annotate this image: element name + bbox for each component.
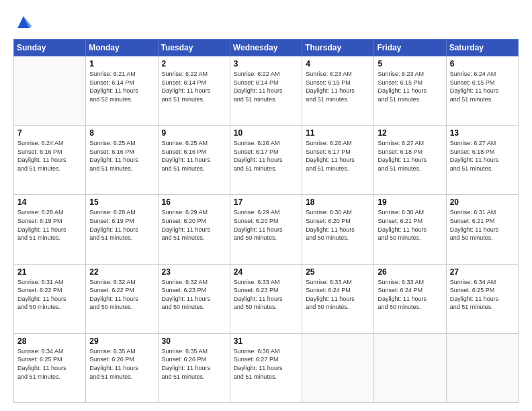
day-info: Sunrise: 6:22 AM Sunset: 6:14 PM Dayligh… [234, 70, 298, 103]
day-info: Sunrise: 6:33 AM Sunset: 6:23 PM Dayligh… [234, 278, 298, 312]
logo [13, 12, 36, 32]
day-info: Sunrise: 6:27 AM Sunset: 6:18 PM Dayligh… [378, 139, 442, 173]
logo-icon [13, 12, 34, 32]
day-number: 15 [89, 197, 154, 207]
day-info: Sunrise: 6:34 AM Sunset: 6:25 PM Dayligh… [450, 278, 515, 312]
col-header-sunday: Sunday [14, 40, 86, 56]
day-number: 8 [89, 128, 154, 138]
day-number: 7 [17, 128, 82, 138]
day-info: Sunrise: 6:33 AM Sunset: 6:24 PM Dayligh… [306, 278, 370, 312]
calendar-cell [374, 333, 446, 402]
day-number: 3 [234, 59, 298, 68]
day-number: 9 [162, 128, 226, 138]
calendar-table: SundayMondayTuesdayWednesdayThursdayFrid… [13, 39, 519, 403]
calendar-cell: 22Sunrise: 6:32 AM Sunset: 6:22 PM Dayli… [86, 264, 158, 333]
day-info: Sunrise: 6:24 AM Sunset: 6:16 PM Dayligh… [17, 139, 82, 173]
calendar-cell: 31Sunrise: 6:36 AM Sunset: 6:27 PM Dayli… [230, 333, 302, 402]
calendar-cell: 23Sunrise: 6:32 AM Sunset: 6:23 PM Dayli… [158, 264, 230, 333]
calendar-cell: 9Sunrise: 6:25 AM Sunset: 6:16 PM Daylig… [158, 126, 230, 195]
day-info: Sunrise: 6:29 AM Sunset: 6:20 PM Dayligh… [162, 208, 226, 242]
day-info: Sunrise: 6:22 AM Sunset: 6:14 PM Dayligh… [162, 70, 226, 103]
col-header-thursday: Thursday [302, 40, 374, 56]
calendar-cell [446, 333, 518, 402]
day-number: 14 [17, 197, 82, 207]
day-info: Sunrise: 6:24 AM Sunset: 6:15 PM Dayligh… [450, 70, 515, 103]
day-info: Sunrise: 6:33 AM Sunset: 6:24 PM Dayligh… [378, 278, 442, 312]
calendar-cell: 26Sunrise: 6:33 AM Sunset: 6:24 PM Dayli… [374, 264, 446, 333]
day-info: Sunrise: 6:25 AM Sunset: 6:16 PM Dayligh… [89, 139, 154, 173]
day-number: 12 [378, 128, 442, 138]
day-number: 24 [234, 267, 298, 277]
calendar-cell: 5Sunrise: 6:23 AM Sunset: 6:15 PM Daylig… [374, 56, 446, 126]
calendar-cell [14, 56, 86, 126]
day-number: 27 [450, 267, 515, 277]
day-info: Sunrise: 6:35 AM Sunset: 6:26 PM Dayligh… [162, 347, 226, 381]
calendar-cell: 12Sunrise: 6:27 AM Sunset: 6:18 PM Dayli… [374, 126, 446, 195]
calendar-header-row: SundayMondayTuesdayWednesdayThursdayFrid… [14, 40, 519, 56]
day-number: 2 [162, 59, 226, 68]
col-header-saturday: Saturday [446, 40, 518, 56]
day-number: 25 [306, 267, 370, 277]
day-number: 5 [378, 59, 442, 68]
day-number: 30 [162, 336, 226, 346]
day-number: 13 [450, 128, 515, 138]
day-number: 22 [89, 267, 154, 277]
day-info: Sunrise: 6:31 AM Sunset: 6:22 PM Dayligh… [17, 278, 82, 312]
day-info: Sunrise: 6:28 AM Sunset: 6:19 PM Dayligh… [89, 208, 154, 242]
calendar-cell: 11Sunrise: 6:26 AM Sunset: 6:17 PM Dayli… [302, 126, 374, 195]
day-number: 19 [378, 197, 442, 207]
calendar-cell: 10Sunrise: 6:26 AM Sunset: 6:17 PM Dayli… [230, 126, 302, 195]
day-number: 17 [234, 197, 298, 207]
day-info: Sunrise: 6:34 AM Sunset: 6:25 PM Dayligh… [17, 347, 82, 381]
day-info: Sunrise: 6:35 AM Sunset: 6:26 PM Dayligh… [89, 347, 154, 381]
day-number: 16 [162, 197, 226, 207]
week-row-4: 28Sunrise: 6:34 AM Sunset: 6:25 PM Dayli… [14, 333, 519, 402]
day-number: 21 [17, 267, 82, 277]
calendar-cell: 7Sunrise: 6:24 AM Sunset: 6:16 PM Daylig… [14, 126, 86, 195]
calendar-cell: 19Sunrise: 6:30 AM Sunset: 6:21 PM Dayli… [374, 195, 446, 264]
col-header-monday: Monday [86, 40, 158, 56]
calendar-cell [302, 333, 374, 402]
day-number: 11 [306, 128, 370, 138]
day-info: Sunrise: 6:30 AM Sunset: 6:21 PM Dayligh… [378, 208, 442, 242]
day-number: 29 [89, 336, 154, 346]
week-row-0: 1Sunrise: 6:21 AM Sunset: 6:14 PM Daylig… [14, 56, 519, 126]
col-header-tuesday: Tuesday [158, 40, 230, 56]
calendar-cell: 14Sunrise: 6:28 AM Sunset: 6:19 PM Dayli… [14, 195, 86, 264]
day-number: 4 [306, 59, 370, 68]
day-number: 6 [450, 59, 515, 68]
day-info: Sunrise: 6:26 AM Sunset: 6:17 PM Dayligh… [306, 139, 370, 173]
week-row-1: 7Sunrise: 6:24 AM Sunset: 6:16 PM Daylig… [14, 126, 519, 195]
day-info: Sunrise: 6:32 AM Sunset: 6:22 PM Dayligh… [89, 278, 154, 312]
day-info: Sunrise: 6:23 AM Sunset: 6:15 PM Dayligh… [306, 70, 370, 103]
day-info: Sunrise: 6:31 AM Sunset: 6:21 PM Dayligh… [450, 208, 515, 242]
day-info: Sunrise: 6:36 AM Sunset: 6:27 PM Dayligh… [234, 347, 298, 381]
calendar-cell: 18Sunrise: 6:30 AM Sunset: 6:20 PM Dayli… [302, 195, 374, 264]
calendar-cell: 28Sunrise: 6:34 AM Sunset: 6:25 PM Dayli… [14, 333, 86, 402]
calendar-cell: 25Sunrise: 6:33 AM Sunset: 6:24 PM Dayli… [302, 264, 374, 333]
week-row-2: 14Sunrise: 6:28 AM Sunset: 6:19 PM Dayli… [14, 195, 519, 264]
day-number: 26 [378, 267, 442, 277]
day-info: Sunrise: 6:23 AM Sunset: 6:15 PM Dayligh… [378, 70, 442, 103]
day-number: 23 [162, 267, 226, 277]
calendar-cell: 4Sunrise: 6:23 AM Sunset: 6:15 PM Daylig… [302, 56, 374, 126]
calendar-cell: 30Sunrise: 6:35 AM Sunset: 6:26 PM Dayli… [158, 333, 230, 402]
col-header-friday: Friday [374, 40, 446, 56]
calendar-cell: 2Sunrise: 6:22 AM Sunset: 6:14 PM Daylig… [158, 56, 230, 126]
calendar-cell: 8Sunrise: 6:25 AM Sunset: 6:16 PM Daylig… [86, 126, 158, 195]
calendar-cell: 21Sunrise: 6:31 AM Sunset: 6:22 PM Dayli… [14, 264, 86, 333]
calendar-cell: 24Sunrise: 6:33 AM Sunset: 6:23 PM Dayli… [230, 264, 302, 333]
day-info: Sunrise: 6:29 AM Sunset: 6:20 PM Dayligh… [234, 208, 298, 242]
day-info: Sunrise: 6:27 AM Sunset: 6:18 PM Dayligh… [450, 139, 515, 173]
page: SundayMondayTuesdayWednesdayThursdayFrid… [0, 0, 532, 411]
day-number: 20 [450, 197, 515, 207]
col-header-wednesday: Wednesday [230, 40, 302, 56]
day-number: 28 [17, 336, 82, 346]
header [13, 12, 519, 32]
calendar-cell: 16Sunrise: 6:29 AM Sunset: 6:20 PM Dayli… [158, 195, 230, 264]
day-info: Sunrise: 6:26 AM Sunset: 6:17 PM Dayligh… [234, 139, 298, 173]
day-info: Sunrise: 6:25 AM Sunset: 6:16 PM Dayligh… [162, 139, 226, 173]
day-info: Sunrise: 6:21 AM Sunset: 6:14 PM Dayligh… [89, 70, 154, 103]
day-info: Sunrise: 6:28 AM Sunset: 6:19 PM Dayligh… [17, 208, 82, 242]
calendar-cell: 27Sunrise: 6:34 AM Sunset: 6:25 PM Dayli… [446, 264, 518, 333]
